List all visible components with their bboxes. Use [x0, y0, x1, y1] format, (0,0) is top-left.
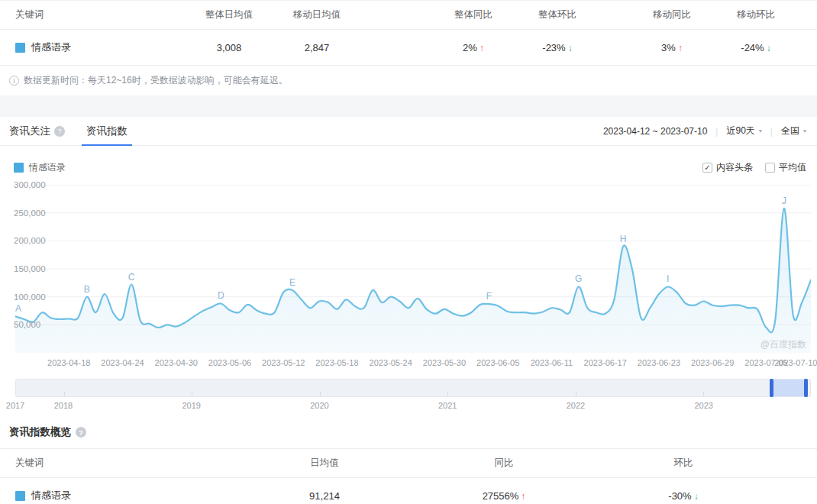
summary-data-row: 情感语录 3,008 2,847 2%↑ -23%↓ 3%↑ -24%↓: [0, 30, 817, 66]
point-label-h: H: [620, 234, 627, 244]
trend-chart-area[interactable]: @百度指数 50,000100,000150,000200,000250,000…: [15, 185, 811, 353]
col-mobile-mom: 移动环比: [725, 8, 786, 21]
col-yoy: 同比: [458, 457, 550, 470]
y-tick-label: 50,000: [14, 320, 40, 329]
keyword-cell: 情感语录: [0, 489, 191, 502]
avg-value: 91,214: [191, 490, 458, 502]
year-tick: [64, 392, 65, 396]
point-label-e: E: [289, 277, 295, 288]
y-tick-label: 250,000: [14, 208, 46, 218]
summary-header-row: 关键词 整体日均值 移动日均值 整体同比 整体环比 移动同比 移动环比: [0, 1, 817, 30]
period-dropdown[interactable]: 近90天 ▾: [726, 124, 761, 137]
point-label-d: D: [218, 290, 224, 301]
year-tick: [447, 392, 448, 396]
note-text: 数据更新时间：每天12~16时，受数据波动影响，可能会有延迟。: [24, 74, 288, 87]
legend-row: 情感语录 ✓内容头条平均值: [0, 146, 817, 174]
series-legend: 情感语录: [14, 161, 66, 174]
x-tick-label: 2023-06-17: [584, 358, 627, 367]
col-mobile-avg: 移动日均值: [267, 8, 367, 21]
keyword-cell: 情感语录: [0, 40, 191, 54]
year-label-2019: 2019: [182, 401, 200, 410]
keyword-label: 情感语录: [31, 489, 71, 502]
mom-value: -30%↓: [550, 490, 817, 502]
x-tick-label: 2023-04-18: [47, 358, 90, 367]
col-mom: 环比: [550, 457, 817, 470]
chart-option-checkboxes: ✓内容头条平均值: [702, 161, 806, 174]
x-tick-label: 2023-04-30: [155, 358, 198, 367]
up-arrow-icon: ↑: [521, 491, 525, 502]
x-tick-label: 2023-06-05: [476, 358, 519, 367]
x-tick-label: 2023-06-29: [691, 358, 734, 367]
point-label-c: C: [128, 272, 135, 283]
col-overall-avg: 整体日均值: [191, 8, 267, 21]
point-label-a: A: [15, 303, 21, 314]
down-arrow-icon: ↓: [694, 491, 699, 502]
year-tick: [192, 392, 192, 396]
tab-feed-index[interactable]: 资讯指数: [86, 117, 128, 145]
checkbox-内容头条[interactable]: ✓内容头条: [702, 161, 753, 174]
slider-right-handle[interactable]: [804, 379, 808, 397]
region-dropdown[interactable]: 全国 ▾: [781, 124, 806, 137]
help-icon[interactable]: ?: [76, 427, 86, 438]
down-arrow-icon: ↓: [767, 43, 771, 53]
point-label-i: I: [667, 273, 669, 284]
info-icon: i: [9, 76, 19, 86]
x-axis-labels: 2023-04-182023-04-242023-04-302023-05-06…: [15, 354, 811, 370]
trend-chart[interactable]: [15, 185, 811, 353]
keyword-label: 情感语录: [31, 40, 71, 54]
year-label-2018: 2018: [54, 401, 73, 410]
mobile-avg-value: 2,847: [267, 42, 367, 53]
trend-tabbar: 资讯关注 ? 资讯指数 2023-04-12 ~ 2023-07-10 | 近9…: [0, 117, 817, 146]
tab-feed-attention[interactable]: 资讯关注 ?: [9, 117, 65, 145]
timeline-year-labels: 2017201820192020202120222023: [15, 399, 811, 413]
x-tick-label: 2023-07-10: [774, 358, 817, 367]
col-overall-yoy: 整体同比: [420, 8, 527, 21]
help-icon[interactable]: ?: [54, 126, 65, 137]
overview-header-row: 关键词 日均值 同比 环比: [0, 449, 817, 478]
checkbox-label: 平均值: [779, 161, 806, 174]
slider-selected-range[interactable]: [772, 380, 806, 396]
legend-keyword-label: 情感语录: [29, 161, 66, 174]
year-label-2021: 2021: [438, 401, 457, 410]
data-update-note: i 数据更新时间：每天12~16时，受数据波动影响，可能会有延迟。: [0, 66, 817, 95]
col-mobile-yoy: 移动同比: [618, 8, 725, 21]
col-avg: 日均值: [191, 457, 458, 470]
year-label-2022: 2022: [567, 401, 585, 410]
separator: |: [770, 126, 773, 137]
slider-left-handle[interactable]: [770, 379, 773, 397]
watermark: @百度指数: [760, 338, 806, 351]
year-label-2017: 2017: [6, 401, 24, 410]
chart-controls: 2023-04-12 ~ 2023-07-10 | 近90天 ▾ | 全国 ▾: [603, 124, 806, 137]
x-tick-label: 2023-05-30: [423, 358, 466, 367]
baidu-index-page: 关键词 整体日均值 移动日均值 整体同比 整体环比 移动同比 移动环比 情感语录…: [0, 0, 817, 504]
overview-data-row: 情感语录 91,214 27556%↑ -30%↓: [0, 478, 817, 504]
y-tick-label: 300,000: [14, 180, 46, 189]
section-divider-band: [0, 95, 817, 117]
x-tick-label: 2023-05-06: [208, 358, 251, 367]
point-label-j: J: [782, 195, 786, 206]
x-tick-label: 2023-04-24: [101, 358, 144, 367]
keyword-color-swatch: [15, 491, 25, 501]
date-range-label[interactable]: 2023-04-12 ~ 2023-07-10: [603, 126, 707, 137]
col-overall-mom: 整体环比: [527, 8, 588, 21]
unchecked-checkbox-icon[interactable]: [765, 163, 775, 173]
separator: |: [715, 126, 718, 137]
keyword-summary-table: 关键词 整体日均值 移动日均值 整体同比 整体环比 移动同比 移动环比 情感语录…: [0, 0, 817, 66]
slider-track[interactable]: [15, 379, 811, 397]
checked-checkbox-icon[interactable]: ✓: [702, 163, 712, 173]
x-tick-label: 2023-06-11: [531, 358, 573, 367]
overall-yoy-value: 2%↑: [420, 42, 527, 53]
col-keyword: 关键词: [0, 457, 191, 470]
overview-table: 关键词 日均值 同比 环比 情感语录 91,214 27556%↑ -30%↓: [0, 448, 817, 504]
yoy-value: 27556%↑: [458, 490, 550, 502]
y-tick-label: 100,000: [14, 292, 46, 302]
feed-index-overview: 资讯指数概览 ? 关键词 日均值 同比 环比 情感语录 91,214 27556…: [0, 425, 817, 504]
year-tick: [703, 392, 704, 396]
col-keyword: 关键词: [0, 8, 191, 21]
up-arrow-icon: ↑: [480, 43, 484, 53]
checkbox-平均值[interactable]: 平均值: [765, 161, 806, 174]
year-tick: [576, 392, 576, 396]
overall-mom-value: -23%↓: [527, 42, 588, 53]
point-label-b: B: [84, 284, 90, 295]
mobile-mom-value: -24%↓: [725, 42, 786, 53]
